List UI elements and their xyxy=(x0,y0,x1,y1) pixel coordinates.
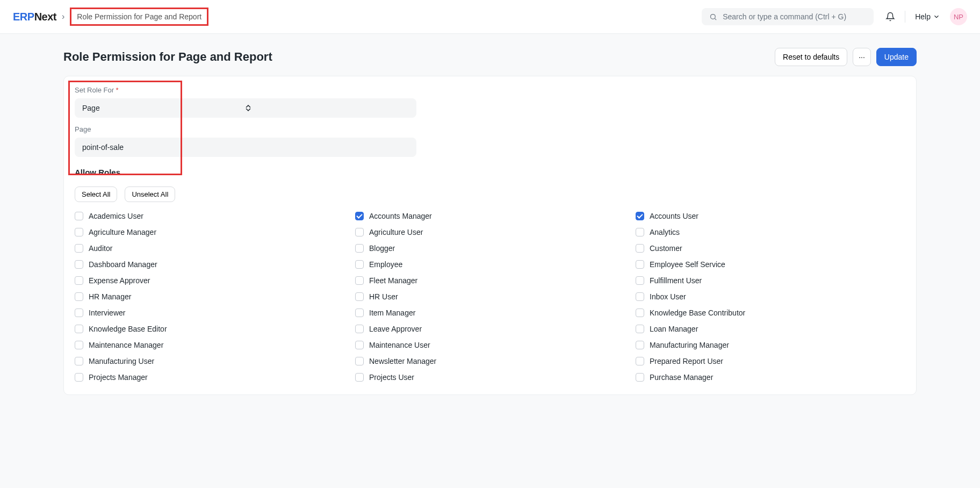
role-item[interactable]: Inbox User xyxy=(636,292,905,301)
role-checkbox[interactable] xyxy=(636,244,644,253)
update-button[interactable]: Update xyxy=(876,48,917,66)
role-label: Dashboard Manager xyxy=(89,260,157,269)
more-actions-button[interactable]: ··· xyxy=(853,48,871,66)
role-checkbox[interactable] xyxy=(355,357,364,365)
role-checkbox[interactable] xyxy=(636,341,644,349)
role-label: Analytics xyxy=(650,228,680,236)
role-item[interactable]: Fleet Manager xyxy=(355,276,625,285)
role-item[interactable]: Agriculture Manager xyxy=(75,228,344,236)
role-checkbox[interactable] xyxy=(75,292,83,301)
role-item[interactable]: Academics User xyxy=(75,212,344,220)
user-avatar[interactable]: NP xyxy=(950,8,967,25)
role-item[interactable]: Purchase Manager xyxy=(636,373,905,382)
role-label: Manufacturing User xyxy=(89,357,154,365)
role-checkbox[interactable] xyxy=(75,228,83,236)
role-checkbox[interactable] xyxy=(636,373,644,382)
role-checkbox[interactable] xyxy=(355,292,364,301)
role-checkbox[interactable] xyxy=(355,212,364,220)
role-item[interactable]: Customer xyxy=(636,244,905,253)
role-checkbox[interactable] xyxy=(75,357,83,365)
role-checkbox[interactable] xyxy=(75,276,83,285)
role-item[interactable]: Leave Approver xyxy=(355,325,625,333)
role-checkbox[interactable] xyxy=(355,325,364,333)
role-checkbox[interactable] xyxy=(355,373,364,382)
role-item[interactable]: Auditor xyxy=(75,244,344,253)
role-checkbox[interactable] xyxy=(75,244,83,253)
role-item[interactable]: Employee xyxy=(355,260,625,269)
role-label: Projects User xyxy=(369,373,414,382)
role-item[interactable]: Employee Self Service xyxy=(636,260,905,269)
page-field-label: Page xyxy=(75,125,905,133)
role-checkbox[interactable] xyxy=(355,276,364,285)
role-checkbox[interactable] xyxy=(75,373,83,382)
role-checkbox[interactable] xyxy=(355,260,364,269)
global-search[interactable]: Search or type a command (Ctrl + G) xyxy=(702,8,874,25)
help-menu[interactable]: Help xyxy=(915,12,940,21)
page-title: Role Permission for Page and Report xyxy=(63,50,769,64)
role-label: Fulfillment User xyxy=(650,276,702,285)
role-checkbox[interactable] xyxy=(75,212,83,220)
role-checkbox[interactable] xyxy=(75,341,83,349)
role-item[interactable]: Manufacturing Manager xyxy=(636,341,905,349)
role-checkbox[interactable] xyxy=(75,308,83,317)
set-role-for-value: Page xyxy=(82,104,246,112)
role-label: Manufacturing Manager xyxy=(650,341,729,349)
role-label: Accounts User xyxy=(650,212,698,220)
role-checkbox[interactable] xyxy=(636,276,644,285)
role-label: Fleet Manager xyxy=(369,276,417,285)
role-item[interactable]: Maintenance Manager xyxy=(75,341,344,349)
role-item[interactable]: Blogger xyxy=(355,244,625,253)
role-item[interactable]: Newsletter Manager xyxy=(355,357,625,365)
page-link-field[interactable]: point-of-sale xyxy=(75,138,416,157)
breadcrumb-current[interactable]: Role Permission for Page and Report xyxy=(70,8,208,26)
role-checkbox[interactable] xyxy=(75,260,83,269)
role-item[interactable]: Knowledge Base Editor xyxy=(75,325,344,333)
role-item[interactable]: HR Manager xyxy=(75,292,344,301)
reset-to-defaults-button[interactable]: Reset to defaults xyxy=(775,48,847,66)
role-checkbox[interactable] xyxy=(636,292,644,301)
role-label: Employee xyxy=(369,260,402,269)
set-role-for-label: Set Role For * xyxy=(75,86,905,94)
role-label: Maintenance Manager xyxy=(89,341,163,349)
role-item[interactable]: Interviewer xyxy=(75,308,344,317)
role-checkbox[interactable] xyxy=(355,341,364,349)
role-item[interactable]: Knowledge Base Contributor xyxy=(636,308,905,317)
role-label: Accounts Manager xyxy=(369,212,432,220)
role-checkbox[interactable] xyxy=(636,357,644,365)
select-all-button[interactable]: Select All xyxy=(75,186,117,202)
role-checkbox[interactable] xyxy=(355,308,364,317)
role-checkbox[interactable] xyxy=(636,228,644,236)
role-item[interactable]: Projects Manager xyxy=(75,373,344,382)
role-checkbox[interactable] xyxy=(636,308,644,317)
role-checkbox[interactable] xyxy=(355,244,364,253)
role-item[interactable]: Expense Approver xyxy=(75,276,344,285)
role-checkbox[interactable] xyxy=(636,325,644,333)
role-label: Interviewer xyxy=(89,308,125,317)
role-item[interactable]: Accounts User xyxy=(636,212,905,220)
role-checkbox[interactable] xyxy=(636,212,644,220)
select-caret-icon xyxy=(246,105,409,111)
search-placeholder: Search or type a command (Ctrl + G) xyxy=(723,12,846,21)
role-item[interactable]: Manufacturing User xyxy=(75,357,344,365)
role-item[interactable]: Item Manager xyxy=(355,308,625,317)
role-item[interactable]: Dashboard Manager xyxy=(75,260,344,269)
role-item[interactable]: Maintenance User xyxy=(355,341,625,349)
role-checkbox[interactable] xyxy=(355,228,364,236)
role-label: Agriculture Manager xyxy=(89,228,156,236)
page-link-value: point-of-sale xyxy=(82,143,409,152)
role-item[interactable]: Agriculture User xyxy=(355,228,625,236)
role-checkbox[interactable] xyxy=(75,325,83,333)
unselect-all-button[interactable]: Unselect All xyxy=(125,186,175,202)
role-item[interactable]: HR User xyxy=(355,292,625,301)
role-checkbox[interactable] xyxy=(636,260,644,269)
role-item[interactable]: Projects User xyxy=(355,373,625,382)
set-role-for-select[interactable]: Page xyxy=(75,98,416,118)
role-item[interactable]: Prepared Report User xyxy=(636,357,905,365)
chevron-right-icon: › xyxy=(62,12,64,21)
role-item[interactable]: Fulfillment User xyxy=(636,276,905,285)
role-item[interactable]: Loan Manager xyxy=(636,325,905,333)
bell-icon[interactable] xyxy=(885,12,895,21)
role-item[interactable]: Analytics xyxy=(636,228,905,236)
app-logo[interactable]: ERPNext xyxy=(13,11,56,23)
role-item[interactable]: Accounts Manager xyxy=(355,212,625,220)
